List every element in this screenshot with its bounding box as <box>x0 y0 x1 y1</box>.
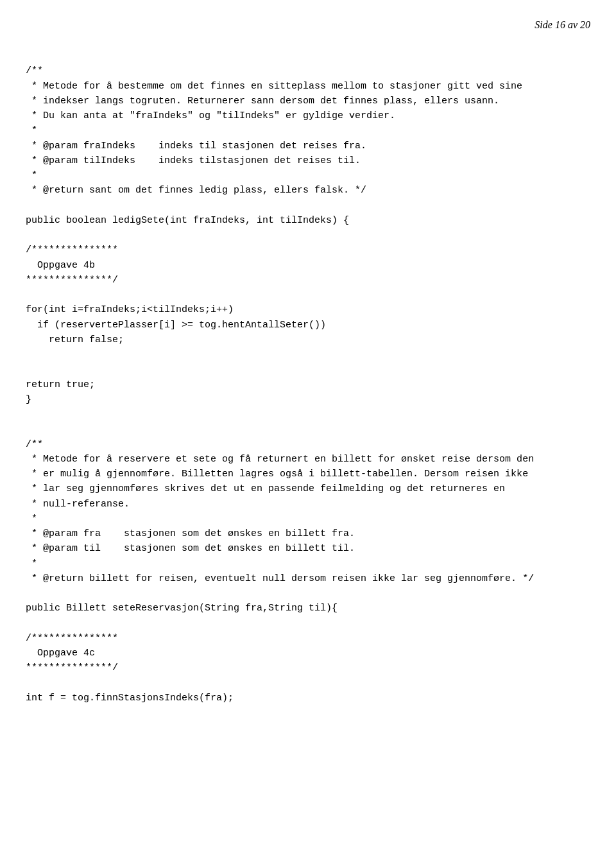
page-header: Side 16 av 20 <box>26 19 590 31</box>
task-comment-1: /*************** Oppgave 4b ************… <box>26 245 124 286</box>
javadoc1-comment: /** * Metode for å bestemme om det finne… <box>26 65 522 196</box>
method-signature-1: public boolean ledigSete(int fraIndeks, … <box>26 215 349 226</box>
code-content: /** * Metode for å bestemme om det finne… <box>26 49 590 705</box>
task-comment-2: /*************** Oppgave 4c ************… <box>26 633 124 674</box>
return-true: return true; } <box>26 379 95 405</box>
for-loop: for(int i=fraIndeks;i<tilIndeks;i++) if … <box>26 304 326 345</box>
method-signature-2: public Billett seteReservasjon(String fr… <box>26 603 338 614</box>
int-f-line: int f = tog.finnStasjonsIndeks(fra); <box>26 693 234 704</box>
javadoc2-comment: /** * Metode for å reservere et sete og … <box>26 439 534 584</box>
